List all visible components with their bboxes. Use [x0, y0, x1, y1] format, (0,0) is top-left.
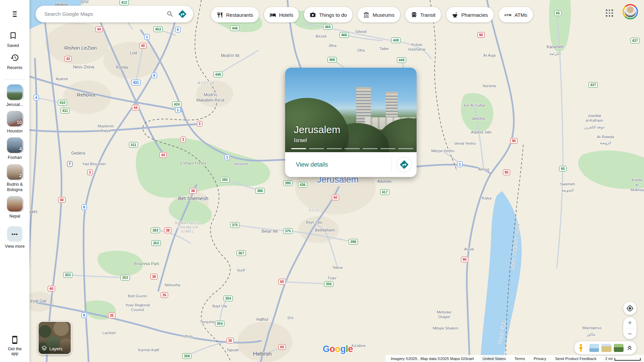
map-label[interactable]: Bayt Jala: [306, 220, 322, 225]
map-label[interactable]: Modi'in Makabim-Re'ut: [196, 93, 224, 103]
feedback-link[interactable]: Send Product Feedback: [555, 357, 596, 361]
map-label[interactable]: Rehovot: [77, 92, 96, 98]
imagery-thumbnail[interactable]: [601, 344, 611, 352]
map-label[interactable]: Yad Binyamin: [82, 162, 106, 166]
my-location-button[interactable]: [623, 302, 637, 315]
map-label[interactable]: Ayanot: [56, 76, 68, 81]
map-label[interactable]: Karameh: [547, 45, 564, 50]
map-label[interactable]: Taibe: [379, 46, 389, 51]
chip-transit[interactable]: Transit: [405, 7, 441, 22]
map-label[interactable]: Metsoke Dragot: [437, 310, 451, 319]
map-label[interactable]: Ofra: [357, 48, 365, 53]
card-directions-button[interactable]: [396, 157, 412, 172]
map-label[interactable]: Avnat: [464, 247, 474, 251]
sidebar-place-budrio[interactable]: 2Budrio & Bologna: [6, 164, 23, 193]
map-label[interactable]: Karmei Katif: [138, 348, 159, 352]
map-label[interactable]: Lod: [130, 51, 137, 56]
map-label[interactable]: Lachish: [102, 330, 116, 335]
map-label[interactable]: Juwafat al-Kafrayn: [586, 113, 603, 123]
sidebar-item-view-more[interactable]: ••• View more: [5, 226, 25, 249]
search-button[interactable]: [164, 8, 176, 20]
map-label[interactable]: Silwad: [355, 29, 367, 34]
map-label[interactable]: Idhna: [183, 334, 193, 339]
map-label[interactable]: Hebron: [253, 350, 272, 357]
map-label[interactable]: Bethlehem: [315, 228, 335, 233]
imagery-thumbnail[interactable]: [614, 344, 624, 352]
pegman-icon[interactable]: [578, 344, 584, 352]
map-label[interactable]: Yoav Regional Council: [125, 303, 150, 312]
map-label[interactable]: Jericho: [472, 116, 485, 122]
chip-pharmacies[interactable]: Pharmacies: [446, 7, 493, 22]
view-details-link[interactable]: View details: [294, 161, 330, 169]
map-label[interactable]: Adumim: [377, 179, 391, 184]
sidebar-item-get-the-app[interactable]: Get the app: [5, 336, 24, 356]
map-label[interactable]: Machaerus: [583, 325, 602, 330]
map-label[interactable]: Ramla: [116, 65, 128, 70]
map-label[interactable]: Aqabat Jabr: [471, 130, 492, 134]
menu-icon[interactable]: [11, 8, 19, 20]
place-card[interactable]: Jerusalem Israel View details: [285, 68, 417, 177]
map-label[interactable]: Gedera: [71, 151, 85, 156]
map-label[interactable]: Na'ama: [483, 83, 496, 88]
map-label[interactable]: Rishon LeZion: [64, 45, 97, 51]
map-label[interactable]: Kohav HaShahar: [408, 42, 426, 52]
chip-hotels[interactable]: Hotels: [264, 7, 299, 22]
map-label[interactable]: Ein Al Sultan: [464, 103, 486, 108]
map-label[interactable]: Kalya: [482, 196, 492, 200]
map-label[interactable]: Ka'abne: [352, 343, 366, 348]
map-label[interactable]: Shoresh: [234, 162, 248, 166]
google-apps-grid-icon[interactable]: [604, 8, 614, 18]
search-input[interactable]: [44, 11, 164, 17]
map-label[interactable]: Modi'in Ilit: [221, 53, 239, 59]
map-label[interactable]: Halhul: [256, 317, 268, 322]
map-label[interactable]: Beit Guvrin: [128, 294, 147, 298]
chip-museums[interactable]: Museums: [358, 7, 400, 22]
map-label[interactable]: Tapuah: [226, 348, 239, 352]
sidebar-place-nepal[interactable]: Nepal: [6, 196, 23, 219]
map-label[interactable]: Khirbe al-Mukhay: [631, 178, 644, 192]
map-label[interactable]: Tekoa: [332, 265, 343, 270]
map-label[interactable]: Bet Shemesh: [178, 195, 208, 202]
zoom-out-button[interactable]: −: [623, 328, 637, 340]
map-label[interactable]: Swemeh: [560, 182, 575, 186]
layers-button[interactable]: Layers: [38, 321, 71, 355]
zoom-in-button[interactable]: +: [623, 317, 637, 328]
photo-carousel-indicator[interactable]: [291, 148, 413, 149]
chip-things-to-do[interactable]: Things to do: [304, 7, 353, 22]
map-label[interactable]: Al-Auja: [483, 53, 495, 58]
map-label[interactable]: Tuqu': [327, 276, 337, 280]
map-label[interactable]: Mazkeret Batya: [98, 124, 113, 133]
map-label[interactable]: Betar Illit: [262, 229, 278, 234]
sidebar-place-houston[interactable]: 10Houston: [6, 111, 23, 134]
avatar[interactable]: [623, 4, 638, 19]
collapse-imagery-button[interactable]: [626, 344, 633, 352]
imagery-thumbnail[interactable]: [589, 344, 599, 352]
map-label[interactable]: Kiryat Gat: [28, 299, 46, 304]
map-label[interactable]: Nehusha: [165, 283, 180, 287]
map-label[interactable]: Ness Ziona: [73, 65, 94, 70]
map-label[interactable]: Bayt Ula: [212, 304, 227, 308]
place-photo[interactable]: Jerusalem Israel: [285, 68, 417, 152]
chip-restaurants[interactable]: Restaurants: [211, 7, 259, 22]
map-label[interactable]: Surif: [237, 268, 245, 273]
sidebar-place-jerusalem[interactable]: Jerusal...: [6, 84, 23, 107]
sidebar-item-saved[interactable]: Saved: [5, 31, 21, 48]
map-canvas[interactable]: HolonAzorRishon LeZionLodRamlaNess Ziona…: [0, 0, 644, 362]
chip-atms[interactable]: ATMATMs: [499, 7, 533, 22]
map-label[interactable]: Azor: [80, 0, 89, 5]
terms-link[interactable]: Terms: [515, 357, 525, 361]
sidebar-place-foshan[interactable]: 4Foshan: [6, 137, 23, 160]
route-badge: 383: [151, 228, 160, 233]
map-label[interactable]: Almog: [478, 167, 489, 172]
directions-button[interactable]: [176, 7, 189, 21]
map-label[interactable]: Vered Yeriho: [454, 141, 476, 146]
sidebar-item-recents[interactable]: Recents: [5, 53, 24, 70]
map-label[interactable]: Mitzpe Yeriho: [431, 148, 454, 153]
map-label[interactable]: Mitspe Shalem: [433, 326, 458, 330]
map-label[interactable]: Ar-Rawda: [597, 134, 614, 139]
map-label[interactable]: Birzeit: [316, 34, 326, 39]
map-label[interactable]: Si'ir: [287, 315, 294, 320]
privacy-link[interactable]: Privacy: [534, 357, 546, 361]
map-label[interactable]: Jifna: [328, 43, 336, 48]
region-link[interactable]: United States: [483, 357, 506, 361]
